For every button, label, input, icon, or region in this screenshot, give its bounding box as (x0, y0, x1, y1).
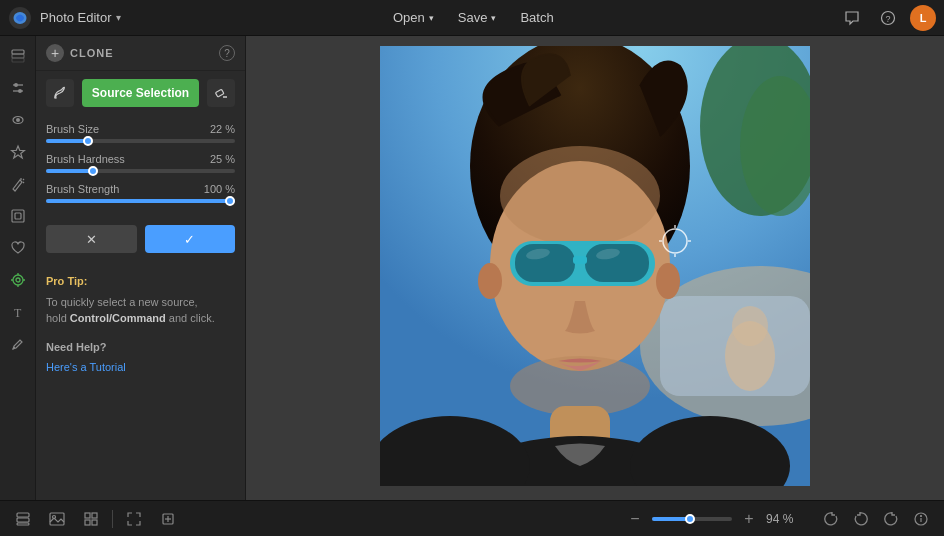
redo-icon[interactable] (878, 506, 904, 532)
svg-point-8 (14, 83, 18, 87)
svg-rect-63 (92, 513, 97, 518)
brush-hardness-slider-row: Brush Hardness 25 % (46, 153, 235, 173)
need-help-label: Need Help? (46, 339, 235, 356)
brush-strength-fill (46, 199, 235, 203)
panel-header: + CLONE ? (36, 36, 245, 71)
bottom-divider-1 (112, 510, 113, 528)
app-title-chevron: ▾ (116, 12, 121, 23)
source-selection-button[interactable]: Source Selection (82, 79, 199, 107)
svg-point-9 (18, 89, 22, 93)
svg-point-11 (16, 118, 20, 122)
tip-bold: Control/Command (70, 312, 166, 324)
svg-marker-12 (11, 146, 24, 158)
svg-point-49 (656, 263, 680, 299)
panel-add-button[interactable]: + (46, 44, 64, 62)
sidebar-icon-text[interactable]: T (4, 298, 32, 326)
zoom-plus-button[interactable]: + (738, 508, 760, 530)
brush-size-thumb[interactable] (83, 136, 93, 146)
open-arrow: ▾ (429, 13, 434, 23)
sidebar-icon-star[interactable] (4, 138, 32, 166)
svg-point-19 (16, 278, 20, 282)
image-bottom-icon[interactable] (44, 506, 70, 532)
svg-point-36 (500, 146, 660, 246)
undo-icon[interactable] (848, 506, 874, 532)
confirm-button[interactable]: ✓ (145, 225, 236, 253)
brush-hardness-thumb[interactable] (88, 166, 98, 176)
info-icon[interactable] (908, 506, 934, 532)
brush-hardness-label: Brush Hardness (46, 153, 125, 165)
help-icon-btn[interactable]: ? (874, 4, 902, 32)
source-selection-label: Source Selection (92, 86, 189, 100)
save-arrow: ▾ (491, 13, 496, 23)
erase-button[interactable] (207, 79, 235, 107)
brush-tool-button[interactable] (46, 79, 74, 107)
sidebar-icon-layers[interactable] (4, 42, 32, 70)
cancel-button[interactable]: ✕ (46, 225, 137, 253)
svg-rect-5 (12, 58, 24, 62)
batch-button[interactable]: Batch (510, 6, 563, 29)
svg-point-51 (732, 306, 768, 346)
user-initials: L (920, 12, 927, 24)
svg-rect-58 (17, 518, 29, 522)
svg-text:T: T (14, 306, 22, 320)
tutorial-link[interactable]: Here's a Tutorial (46, 361, 126, 373)
cancel-icon: ✕ (86, 232, 97, 247)
svg-line-15 (23, 182, 24, 183)
photo-canvas (380, 46, 810, 486)
svg-rect-16 (12, 210, 24, 222)
sidebar-icon-pen[interactable] (4, 330, 32, 358)
svg-rect-62 (85, 513, 90, 518)
panel-header-left: + CLONE (46, 44, 114, 62)
zoom-thumb[interactable] (685, 514, 695, 524)
app-title[interactable]: Photo Editor ▾ (40, 10, 121, 25)
zoom-controls: − + 94 % (624, 508, 802, 530)
chat-icon-btn[interactable] (838, 4, 866, 32)
svg-rect-60 (50, 513, 64, 525)
sidebar-icon-heart[interactable] (4, 234, 32, 262)
fit-bottom-icon[interactable] (121, 506, 147, 532)
brush-size-fill (46, 139, 88, 143)
bottom-right-icons (818, 506, 934, 532)
bottombar: − + 94 % (0, 500, 944, 536)
panel-help-label: ? (224, 48, 230, 59)
brush-strength-thumb[interactable] (225, 196, 235, 206)
confirm-icon: ✓ (184, 232, 195, 247)
brush-hardness-value: 25 % (210, 153, 235, 165)
svg-rect-17 (15, 213, 21, 219)
panel-tips: Pro Tip: To quickly select a new source,… (36, 261, 245, 388)
panel-tools: Source Selection (36, 71, 245, 115)
grid-bottom-icon[interactable] (78, 506, 104, 532)
save-button[interactable]: Save ▾ (448, 6, 507, 29)
rotate-cw-icon[interactable] (818, 506, 844, 532)
user-avatar[interactable]: L (910, 5, 936, 31)
panel-sliders: Brush Size 22 % Brush Hardness 25 % (36, 115, 245, 217)
zoom-minus-button[interactable]: − (624, 508, 646, 530)
svg-rect-65 (92, 520, 97, 525)
clone-panel: + CLONE ? Source Selection Brush Size (36, 36, 246, 500)
brush-strength-track[interactable] (46, 199, 235, 203)
sidebar-icon-eye[interactable] (4, 106, 32, 134)
zoom-slider[interactable] (652, 517, 732, 521)
brush-size-track[interactable] (46, 139, 235, 143)
panel-actions: ✕ ✓ (36, 217, 245, 261)
svg-point-26 (54, 96, 57, 99)
canvas-area[interactable] (246, 36, 944, 500)
panel-help-button[interactable]: ? (219, 45, 235, 61)
brush-hardness-track[interactable] (46, 169, 235, 173)
brush-size-slider-row: Brush Size 22 % (46, 123, 235, 143)
layers-bottom-icon[interactable] (10, 506, 36, 532)
batch-label: Batch (520, 10, 553, 25)
sidebar-icon-frame[interactable] (4, 202, 32, 230)
zoom-fit-icon[interactable] (155, 506, 181, 532)
sidebar-icon-clone[interactable] (4, 266, 32, 294)
svg-text:?: ? (885, 14, 890, 24)
svg-rect-40 (573, 256, 587, 264)
sidebar-icon-adjust[interactable] (4, 74, 32, 102)
brush-size-label: Brush Size (46, 123, 99, 135)
tip-text-2: hold (46, 312, 70, 324)
svg-point-18 (13, 275, 23, 285)
sidebar-icon-magic[interactable] (4, 170, 32, 198)
app-logo (8, 6, 32, 30)
open-button[interactable]: Open ▾ (383, 6, 444, 29)
tip-text-1: To quickly select a new source, (46, 296, 198, 308)
